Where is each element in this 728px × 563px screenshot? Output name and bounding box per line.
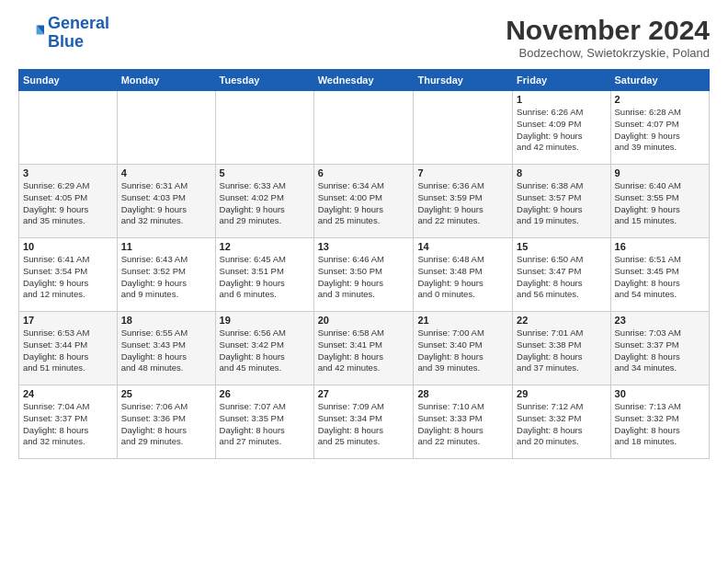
calendar-cell: 29Sunrise: 7:12 AM Sunset: 3:32 PM Dayli… — [513, 385, 610, 459]
weekday-header: Friday — [513, 70, 610, 91]
calendar-cell: 7Sunrise: 6:36 AM Sunset: 3:59 PM Daylig… — [414, 165, 513, 238]
month-title: November 2024 — [506, 15, 710, 46]
day-number: 19 — [220, 315, 310, 326]
calendar-cell: 12Sunrise: 6:45 AM Sunset: 3:51 PM Dayli… — [215, 238, 313, 312]
calendar-cell: 15Sunrise: 6:50 AM Sunset: 3:47 PM Dayli… — [513, 238, 610, 312]
calendar-cell: 25Sunrise: 7:06 AM Sunset: 3:36 PM Dayli… — [117, 385, 215, 459]
day-number: 13 — [318, 241, 410, 252]
day-number: 15 — [517, 241, 606, 252]
day-number: 21 — [417, 315, 508, 326]
logo-name2: Blue — [48, 33, 109, 52]
calendar-cell — [414, 91, 513, 165]
day-info: Sunrise: 7:00 AM Sunset: 3:40 PM Dayligh… — [417, 327, 508, 374]
calendar-cell — [19, 91, 118, 165]
day-number: 4 — [121, 167, 211, 178]
calendar-cell: 22Sunrise: 7:01 AM Sunset: 3:38 PM Dayli… — [513, 312, 610, 385]
day-info: Sunrise: 6:53 AM Sunset: 3:44 PM Dayligh… — [23, 327, 113, 374]
day-number: 27 — [318, 388, 410, 399]
day-info: Sunrise: 7:06 AM Sunset: 3:36 PM Dayligh… — [121, 401, 211, 448]
calendar-cell: 18Sunrise: 6:55 AM Sunset: 3:43 PM Dayli… — [117, 312, 215, 385]
calendar-cell: 6Sunrise: 6:34 AM Sunset: 4:00 PM Daylig… — [313, 165, 414, 238]
day-number: 10 — [23, 241, 113, 252]
day-number: 24 — [23, 388, 113, 399]
day-number: 23 — [615, 315, 705, 326]
day-number: 11 — [121, 241, 211, 252]
calendar-cell: 26Sunrise: 7:07 AM Sunset: 3:35 PM Dayli… — [215, 385, 313, 459]
calendar-cell: 8Sunrise: 6:38 AM Sunset: 3:57 PM Daylig… — [513, 165, 610, 238]
day-number: 12 — [220, 241, 310, 252]
day-number: 25 — [121, 388, 211, 399]
calendar-cell: 19Sunrise: 6:56 AM Sunset: 3:42 PM Dayli… — [215, 312, 313, 385]
day-number: 2 — [615, 94, 705, 105]
day-number: 14 — [417, 241, 508, 252]
calendar-cell: 28Sunrise: 7:10 AM Sunset: 3:33 PM Dayli… — [414, 385, 513, 459]
day-info: Sunrise: 6:38 AM Sunset: 3:57 PM Dayligh… — [517, 180, 606, 227]
day-info: Sunrise: 6:46 AM Sunset: 3:50 PM Dayligh… — [318, 254, 410, 301]
calendar-cell: 5Sunrise: 6:33 AM Sunset: 4:02 PM Daylig… — [215, 165, 313, 238]
day-info: Sunrise: 7:10 AM Sunset: 3:33 PM Dayligh… — [417, 401, 508, 448]
calendar-cell: 14Sunrise: 6:48 AM Sunset: 3:48 PM Dayli… — [414, 238, 513, 312]
calendar-cell: 21Sunrise: 7:00 AM Sunset: 3:40 PM Dayli… — [414, 312, 513, 385]
day-info: Sunrise: 6:43 AM Sunset: 3:52 PM Dayligh… — [121, 254, 211, 301]
day-info: Sunrise: 6:41 AM Sunset: 3:54 PM Dayligh… — [23, 254, 113, 301]
day-info: Sunrise: 6:55 AM Sunset: 3:43 PM Dayligh… — [121, 327, 211, 374]
day-number: 26 — [220, 388, 310, 399]
calendar-week-row: 3Sunrise: 6:29 AM Sunset: 4:05 PM Daylig… — [19, 165, 710, 238]
day-info: Sunrise: 6:28 AM Sunset: 4:07 PM Dayligh… — [615, 107, 705, 154]
calendar-cell: 13Sunrise: 6:46 AM Sunset: 3:50 PM Dayli… — [313, 238, 414, 312]
logo-icon — [18, 20, 44, 46]
day-number: 5 — [220, 167, 310, 178]
logo-name1: General — [48, 14, 109, 32]
day-info: Sunrise: 6:31 AM Sunset: 4:03 PM Dayligh… — [121, 180, 211, 227]
calendar-week-row: 17Sunrise: 6:53 AM Sunset: 3:44 PM Dayli… — [19, 312, 710, 385]
day-number: 20 — [318, 315, 410, 326]
day-info: Sunrise: 6:29 AM Sunset: 4:05 PM Dayligh… — [23, 180, 113, 227]
calendar-cell: 10Sunrise: 6:41 AM Sunset: 3:54 PM Dayli… — [19, 238, 118, 312]
day-number: 1 — [517, 94, 606, 105]
day-info: Sunrise: 7:07 AM Sunset: 3:35 PM Dayligh… — [220, 401, 310, 448]
page: General Blue November 2024 Bodzechow, Sw… — [0, 0, 728, 468]
day-number: 18 — [121, 315, 211, 326]
day-info: Sunrise: 6:40 AM Sunset: 3:55 PM Dayligh… — [615, 180, 705, 227]
calendar-week-row: 10Sunrise: 6:41 AM Sunset: 3:54 PM Dayli… — [19, 238, 710, 312]
day-number: 16 — [615, 241, 705, 252]
header: General Blue November 2024 Bodzechow, Sw… — [18, 15, 710, 60]
day-number: 3 — [23, 167, 113, 178]
weekday-header: Monday — [117, 70, 215, 91]
calendar-cell: 30Sunrise: 7:13 AM Sunset: 3:32 PM Dayli… — [610, 385, 709, 459]
day-info: Sunrise: 6:26 AM Sunset: 4:09 PM Dayligh… — [517, 107, 606, 154]
calendar-cell: 23Sunrise: 7:03 AM Sunset: 3:37 PM Dayli… — [610, 312, 709, 385]
day-info: Sunrise: 6:51 AM Sunset: 3:45 PM Dayligh… — [615, 254, 705, 301]
calendar-cell: 20Sunrise: 6:58 AM Sunset: 3:41 PM Dayli… — [313, 312, 414, 385]
calendar-cell: 11Sunrise: 6:43 AM Sunset: 3:52 PM Dayli… — [117, 238, 215, 312]
calendar-cell — [313, 91, 414, 165]
day-info: Sunrise: 7:04 AM Sunset: 3:37 PM Dayligh… — [23, 401, 113, 448]
weekday-header: Wednesday — [313, 70, 414, 91]
weekday-header: Tuesday — [215, 70, 313, 91]
day-info: Sunrise: 6:45 AM Sunset: 3:51 PM Dayligh… — [220, 254, 310, 301]
day-info: Sunrise: 6:33 AM Sunset: 4:02 PM Dayligh… — [220, 180, 310, 227]
weekday-header: Saturday — [610, 70, 709, 91]
calendar-cell: 9Sunrise: 6:40 AM Sunset: 3:55 PM Daylig… — [610, 165, 709, 238]
day-number: 28 — [417, 388, 508, 399]
calendar-cell: 3Sunrise: 6:29 AM Sunset: 4:05 PM Daylig… — [19, 165, 118, 238]
day-number: 7 — [417, 167, 508, 178]
calendar-week-row: 24Sunrise: 7:04 AM Sunset: 3:37 PM Dayli… — [19, 385, 710, 459]
calendar-cell: 4Sunrise: 6:31 AM Sunset: 4:03 PM Daylig… — [117, 165, 215, 238]
calendar-week-row: 1Sunrise: 6:26 AM Sunset: 4:09 PM Daylig… — [19, 91, 710, 165]
calendar-cell: 27Sunrise: 7:09 AM Sunset: 3:34 PM Dayli… — [313, 385, 414, 459]
calendar-header-row: SundayMondayTuesdayWednesdayThursdayFrid… — [19, 70, 710, 91]
weekday-header: Thursday — [414, 70, 513, 91]
day-info: Sunrise: 7:13 AM Sunset: 3:32 PM Dayligh… — [615, 401, 705, 448]
day-number: 6 — [318, 167, 410, 178]
calendar-cell: 16Sunrise: 6:51 AM Sunset: 3:45 PM Dayli… — [610, 238, 709, 312]
day-number: 30 — [615, 388, 705, 399]
day-info: Sunrise: 6:58 AM Sunset: 3:41 PM Dayligh… — [318, 327, 410, 374]
location: Bodzechow, Swietokrzyskie, Poland — [506, 46, 710, 60]
day-info: Sunrise: 6:36 AM Sunset: 3:59 PM Dayligh… — [417, 180, 508, 227]
day-info: Sunrise: 6:34 AM Sunset: 4:00 PM Dayligh… — [318, 180, 410, 227]
day-info: Sunrise: 6:48 AM Sunset: 3:48 PM Dayligh… — [417, 254, 508, 301]
title-area: November 2024 Bodzechow, Swietokrzyskie,… — [506, 15, 710, 60]
day-number: 29 — [517, 388, 606, 399]
logo: General Blue — [18, 15, 109, 52]
